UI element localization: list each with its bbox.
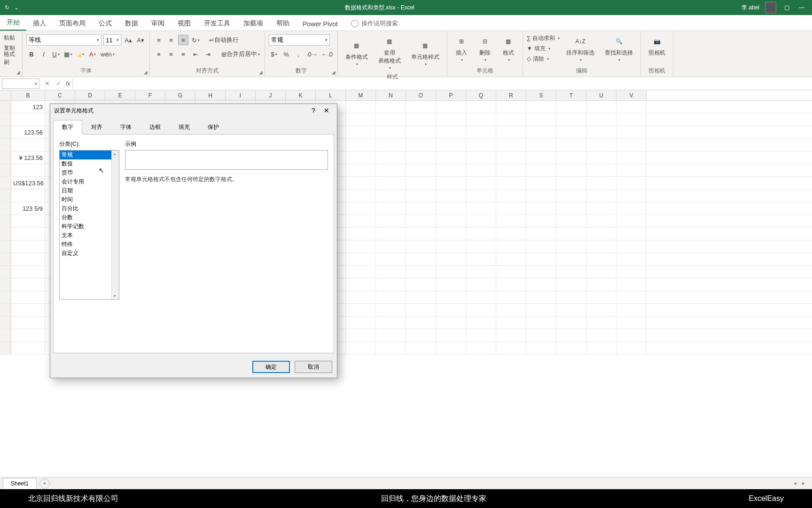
row-header[interactable]	[0, 342, 11, 354]
decrease-decimal-icon[interactable]: ←.0	[320, 49, 334, 59]
tell-me[interactable]: 操作说明搜索	[344, 16, 405, 31]
cell[interactable]	[526, 253, 556, 265]
cell[interactable]	[406, 291, 436, 303]
cell[interactable]	[466, 329, 496, 341]
autosum-button[interactable]: ∑ 自动求和	[527, 33, 560, 43]
tab-addins[interactable]: 加载项	[237, 16, 270, 31]
font-color-button[interactable]: A	[87, 49, 98, 59]
italic-button[interactable]: I	[39, 49, 49, 59]
minimize-icon[interactable]: —	[797, 4, 806, 11]
cell[interactable]	[406, 101, 436, 113]
cell[interactable]	[466, 177, 496, 189]
cell[interactable]	[496, 215, 526, 227]
cell[interactable]	[586, 151, 617, 164]
row-header[interactable]	[0, 202, 11, 214]
cell[interactable]	[406, 215, 436, 227]
cell[interactable]	[496, 126, 526, 138]
cell[interactable]	[526, 126, 556, 138]
cell[interactable]	[556, 190, 586, 202]
cat-scientific[interactable]: 科学记数	[60, 222, 119, 231]
cell[interactable]	[526, 164, 556, 176]
tab-insert[interactable]: 插入	[26, 16, 53, 31]
col-header[interactable]: S	[526, 90, 556, 100]
cell[interactable]	[436, 240, 466, 253]
cell[interactable]	[436, 215, 466, 227]
row-header[interactable]	[0, 101, 11, 113]
align-bottom-icon[interactable]: ≡	[178, 35, 188, 45]
cell[interactable]	[376, 278, 406, 291]
category-scrollbar[interactable]	[111, 151, 119, 299]
cell[interactable]	[376, 291, 406, 303]
cell[interactable]	[436, 253, 466, 265]
cell[interactable]	[346, 113, 376, 126]
accounting-format-button[interactable]: $	[269, 49, 279, 59]
cell[interactable]	[586, 228, 617, 240]
cell[interactable]	[436, 139, 466, 151]
cell[interactable]	[406, 139, 436, 151]
col-header[interactable]: F	[135, 90, 165, 100]
cell[interactable]	[346, 304, 376, 316]
tab-formulas[interactable]: 公式	[92, 16, 118, 31]
cell-styles-button[interactable]: ▦单元格样式	[407, 33, 443, 72]
align-right-icon[interactable]: ≡	[178, 49, 188, 59]
cell[interactable]	[617, 228, 647, 240]
cell[interactable]	[586, 240, 617, 253]
row-header[interactable]	[0, 151, 11, 164]
col-header[interactable]: J	[256, 90, 286, 100]
cell[interactable]	[346, 126, 376, 138]
row-header[interactable]	[0, 317, 11, 329]
cell[interactable]	[376, 215, 406, 227]
cell[interactable]	[11, 317, 45, 329]
cell[interactable]	[436, 164, 466, 176]
dialog-tab-font[interactable]: 字体	[111, 120, 141, 135]
cell[interactable]	[346, 266, 376, 278]
cell[interactable]	[376, 113, 406, 126]
cell[interactable]	[376, 164, 406, 176]
cell[interactable]	[496, 342, 526, 354]
cell[interactable]	[376, 317, 406, 329]
dialog-tab-alignment[interactable]: 对齐	[82, 120, 111, 135]
cell[interactable]	[617, 113, 647, 126]
select-all-corner[interactable]	[0, 90, 11, 100]
cell[interactable]: US$123.56	[11, 177, 45, 189]
cell[interactable]	[617, 266, 647, 278]
cell[interactable]	[526, 139, 556, 151]
row-header[interactable]	[0, 304, 11, 316]
row-header[interactable]	[0, 266, 11, 278]
col-header[interactable]: H	[195, 90, 226, 100]
cell[interactable]	[556, 151, 586, 164]
cell[interactable]	[406, 266, 436, 278]
cell[interactable]	[346, 278, 376, 291]
cell[interactable]	[526, 113, 556, 126]
cat-time[interactable]: 时间	[60, 195, 119, 204]
cell[interactable]	[617, 202, 647, 214]
col-header[interactable]: U	[586, 90, 617, 100]
cell[interactable]	[346, 317, 376, 329]
cell[interactable]	[406, 126, 436, 138]
cell[interactable]	[586, 126, 617, 138]
cell[interactable]	[346, 190, 376, 202]
cell[interactable]	[11, 342, 45, 354]
cell[interactable]	[496, 151, 526, 164]
cell[interactable]	[406, 228, 436, 240]
cell[interactable]	[376, 151, 406, 164]
qat-dropdown-icon[interactable]: ⌄	[14, 4, 19, 11]
row-header[interactable]	[0, 139, 11, 151]
cell[interactable]	[526, 291, 556, 303]
cell[interactable]	[466, 113, 496, 126]
col-header[interactable]: V	[617, 90, 647, 100]
underline-button[interactable]: U	[51, 49, 61, 59]
cell[interactable]	[586, 291, 617, 303]
dialog-tab-protection[interactable]: 保护	[199, 120, 228, 135]
row-header[interactable]	[0, 215, 11, 227]
cell[interactable]	[466, 317, 496, 329]
cell[interactable]	[436, 342, 466, 354]
cell[interactable]	[406, 253, 436, 265]
cell[interactable]	[406, 278, 436, 291]
tab-help[interactable]: 帮助	[270, 16, 296, 31]
comma-button[interactable]: ,	[293, 49, 304, 59]
format-cells-button[interactable]: ▦格式	[498, 33, 519, 64]
cell[interactable]	[466, 139, 496, 151]
cell[interactable]	[346, 202, 376, 214]
cell[interactable]	[586, 342, 617, 354]
